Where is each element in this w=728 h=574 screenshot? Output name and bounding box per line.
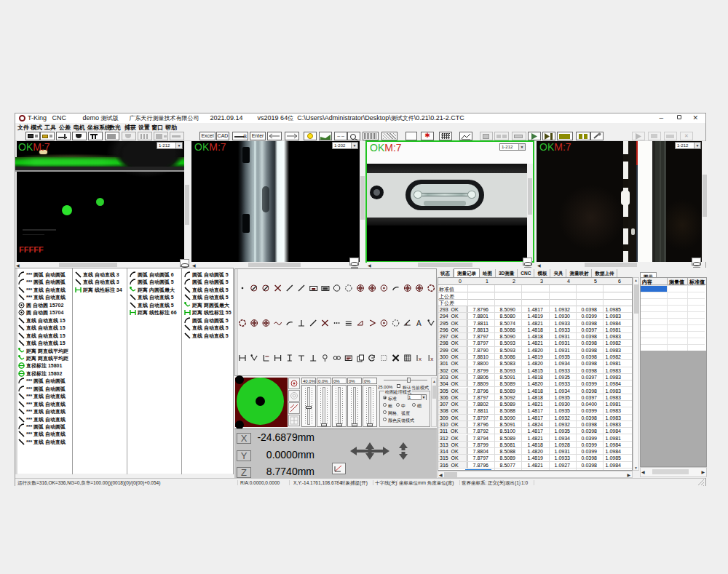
svg-text:x: x — [419, 356, 422, 362]
svg-text:A: A — [416, 319, 422, 327]
svg-text:x: x — [430, 356, 433, 362]
